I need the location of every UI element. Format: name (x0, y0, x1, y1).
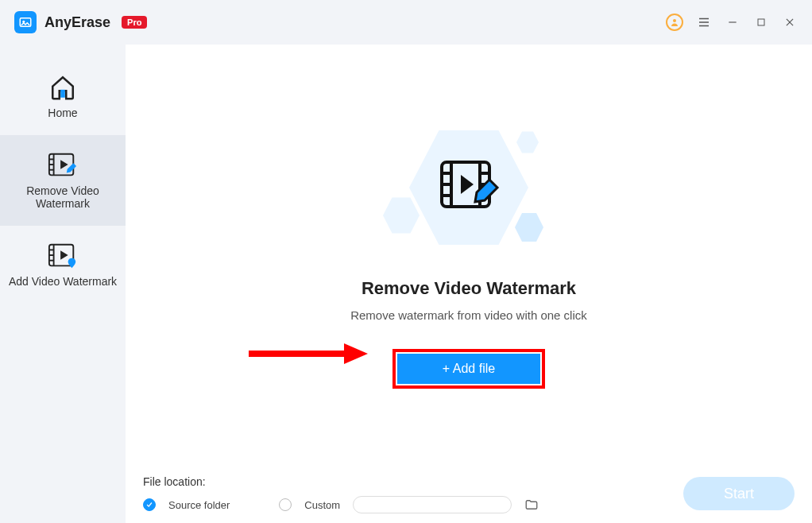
sidebar-item-add-video-watermark[interactable]: Add Video Watermark (0, 226, 126, 304)
title-bar: AnyErase Pro (0, 0, 812, 45)
sidebar-item-label: Home (8, 107, 118, 119)
video-eraser-icon (437, 156, 501, 223)
home-icon (8, 73, 118, 102)
svg-marker-31 (344, 343, 368, 364)
user-account-icon[interactable] (666, 14, 683, 31)
add-file-button[interactable]: + Add file (397, 354, 540, 384)
maximize-icon[interactable] (753, 14, 769, 30)
browse-folder-icon[interactable] (524, 498, 539, 512)
sidebar-item-label: Remove Video Watermark (8, 184, 118, 210)
svg-point-2 (673, 19, 676, 22)
add-video-watermark-icon (8, 242, 118, 270)
sidebar-item-label: Add Video Watermark (8, 275, 118, 288)
start-button[interactable]: Start (683, 477, 795, 510)
app-logo-icon (14, 11, 37, 33)
custom-folder-label: Custom (304, 499, 340, 511)
svg-rect-7 (758, 19, 764, 25)
add-file-highlight: + Add file (392, 349, 545, 389)
bottom-bar: File location: Source folder Custom Star… (143, 475, 795, 513)
custom-path-input[interactable] (353, 496, 512, 513)
sidebar: Home Remove Video Watermark (0, 45, 126, 523)
pro-badge: Pro (122, 16, 147, 29)
window-controls (666, 14, 798, 31)
minimize-icon[interactable] (725, 14, 740, 30)
menu-icon[interactable] (696, 14, 712, 30)
hero-subtitle: Remove watermark from video with one cli… (350, 308, 587, 322)
remove-video-watermark-icon (8, 151, 118, 180)
main-panel: Remove Video Watermark Remove watermark … (126, 45, 812, 523)
source-folder-radio[interactable] (143, 498, 156, 511)
hero-section: Remove Video Watermark Remove watermark … (126, 116, 812, 389)
sidebar-item-home[interactable]: Home (0, 57, 126, 135)
hero-title: Remove Video Watermark (362, 278, 576, 299)
app-name: AnyErase (44, 14, 110, 31)
svg-rect-10 (60, 90, 65, 98)
custom-folder-radio[interactable] (279, 498, 292, 511)
app-brand: AnyErase Pro (14, 11, 147, 33)
hero-graphic (350, 116, 588, 267)
close-icon[interactable] (782, 14, 798, 30)
sidebar-item-remove-video-watermark[interactable]: Remove Video Watermark (0, 135, 126, 226)
source-folder-label: Source folder (168, 499, 230, 511)
annotation-arrow-icon (245, 342, 372, 369)
